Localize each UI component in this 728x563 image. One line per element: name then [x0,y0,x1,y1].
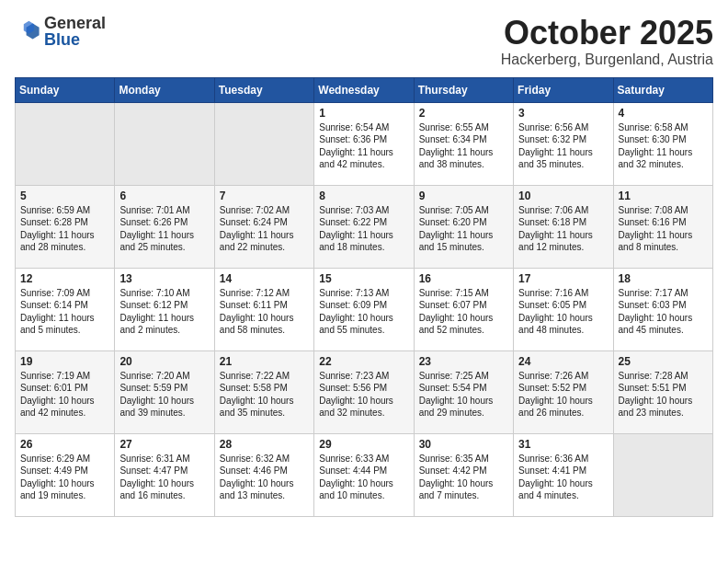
day-number: 10 [518,190,608,202]
calendar-cell: 12Sunrise: 7:09 AMSunset: 6:14 PMDayligh… [16,268,115,350]
day-info: Daylight: 10 hours and 19 minutes. [20,477,109,502]
day-info: Daylight: 10 hours and 4 minutes. [518,477,608,502]
day-info: Sunrise: 6:59 AM [20,204,109,217]
day-info: Sunset: 4:46 PM [220,465,309,477]
weekday-header: Thursday [414,77,513,102]
day-info: Sunrise: 6:36 AM [518,453,608,465]
day-info: Daylight: 11 hours and 12 minutes. [518,229,608,254]
day-info: Sunrise: 7:08 AM [619,204,708,217]
calendar-table: SundayMondayTuesdayWednesdayThursdayFrid… [15,77,713,517]
weekday-header: Friday [514,77,613,102]
calendar-week-row: 1Sunrise: 6:54 AMSunset: 6:36 PMDaylight… [16,102,713,185]
day-info: Sunrise: 7:01 AM [119,204,209,217]
day-number: 21 [220,355,309,368]
logo-general: General Blue [44,15,106,48]
day-number: 7 [220,190,309,202]
calendar-cell [115,102,214,185]
day-number: 27 [119,438,209,451]
day-info: Sunrise: 7:23 AM [319,370,408,383]
day-info: Daylight: 11 hours and 18 minutes. [319,229,408,254]
day-info: Daylight: 11 hours and 32 minutes. [619,146,708,171]
day-number: 18 [619,272,708,285]
calendar-cell: 6Sunrise: 7:01 AMSunset: 6:26 PMDaylight… [115,185,214,268]
day-info: Daylight: 10 hours and 58 minutes. [220,312,309,337]
day-info: Daylight: 11 hours and 35 minutes. [518,146,608,171]
day-info: Sunrise: 6:54 AM [319,121,408,134]
day-number: 11 [619,190,708,202]
day-number: 14 [220,272,309,285]
day-number: 29 [319,438,408,451]
calendar-cell [214,102,313,185]
calendar-week-row: 12Sunrise: 7:09 AMSunset: 6:14 PMDayligh… [16,268,713,350]
calendar-cell: 17Sunrise: 7:16 AMSunset: 6:05 PMDayligh… [514,268,613,350]
day-number: 6 [119,190,209,202]
day-info: Daylight: 10 hours and 45 minutes. [619,312,708,337]
day-info: Sunrise: 6:35 AM [419,453,508,465]
calendar-cell: 26Sunrise: 6:29 AMSunset: 4:49 PMDayligh… [16,433,115,516]
day-info: Daylight: 10 hours and 29 minutes. [419,395,508,419]
day-info: Sunrise: 6:32 AM [220,453,309,465]
day-info: Daylight: 10 hours and 13 minutes. [220,477,309,502]
day-info: Daylight: 10 hours and 10 minutes. [319,477,408,502]
day-info: Daylight: 11 hours and 28 minutes. [20,229,109,254]
day-number: 5 [20,190,109,202]
calendar-cell: 15Sunrise: 7:13 AMSunset: 6:09 PMDayligh… [314,268,414,350]
calendar-cell: 29Sunrise: 6:33 AMSunset: 4:44 PMDayligh… [314,433,414,516]
day-info: Sunset: 6:01 PM [20,382,109,395]
day-info: Sunrise: 7:05 AM [419,204,508,217]
day-info: Daylight: 10 hours and 35 minutes. [220,395,309,419]
day-info: Sunset: 6:05 PM [518,299,608,312]
weekday-header: Wednesday [314,77,414,102]
calendar-cell: 4Sunrise: 6:58 AMSunset: 6:30 PMDaylight… [613,102,712,185]
weekday-header: Tuesday [214,77,313,102]
day-info: Sunset: 6:32 PM [518,133,608,146]
calendar-cell: 13Sunrise: 7:10 AMSunset: 6:12 PMDayligh… [115,268,214,350]
day-info: Sunrise: 7:20 AM [119,370,209,383]
day-info: Daylight: 10 hours and 7 minutes. [419,477,508,502]
day-info: Sunset: 6:11 PM [220,299,309,312]
day-info: Sunrise: 7:25 AM [419,370,508,383]
day-number: 16 [419,272,508,285]
day-info: Daylight: 10 hours and 16 minutes. [119,477,209,502]
day-info: Sunrise: 6:29 AM [20,453,109,465]
day-info: Sunset: 5:51 PM [619,382,708,395]
day-info: Sunset: 6:07 PM [419,299,508,312]
day-number: 17 [518,272,608,285]
calendar-cell: 19Sunrise: 7:19 AMSunset: 6:01 PMDayligh… [16,350,115,433]
day-info: Sunrise: 7:12 AM [220,287,309,300]
day-info: Sunset: 5:59 PM [119,382,209,395]
weekday-header: Saturday [613,77,712,102]
day-info: Sunrise: 7:03 AM [319,204,408,217]
day-info: Sunrise: 7:26 AM [518,370,608,383]
day-info: Sunset: 6:16 PM [619,216,708,229]
calendar-cell: 1Sunrise: 6:54 AMSunset: 6:36 PMDaylight… [314,102,414,185]
logo: General Blue [15,15,106,48]
day-info: Sunset: 5:52 PM [518,382,608,395]
day-info: Sunrise: 7:22 AM [220,370,309,383]
day-info: Daylight: 10 hours and 23 minutes. [619,395,708,419]
day-number: 8 [319,190,408,202]
calendar-week-row: 19Sunrise: 7:19 AMSunset: 6:01 PMDayligh… [16,350,713,433]
title-block: October 2025 Hackerberg, Burgenland, Aus… [501,15,713,68]
day-info: Daylight: 11 hours and 8 minutes. [619,229,708,254]
day-info: Sunset: 4:49 PM [20,465,109,477]
generalblue-icon [15,18,40,44]
day-info: Sunrise: 6:56 AM [518,121,608,134]
calendar-header: SundayMondayTuesdayWednesdayThursdayFrid… [16,77,713,102]
calendar-cell: 31Sunrise: 6:36 AMSunset: 4:41 PMDayligh… [514,433,613,516]
calendar-cell: 21Sunrise: 7:22 AMSunset: 5:58 PMDayligh… [214,350,313,433]
calendar-cell: 8Sunrise: 7:03 AMSunset: 6:22 PMDaylight… [314,185,414,268]
calendar-cell: 30Sunrise: 6:35 AMSunset: 4:42 PMDayligh… [414,433,513,516]
day-info: Sunrise: 7:13 AM [319,287,408,300]
calendar-cell: 5Sunrise: 6:59 AMSunset: 6:28 PMDaylight… [16,185,115,268]
calendar-week-row: 5Sunrise: 6:59 AMSunset: 6:28 PMDaylight… [16,185,713,268]
day-info: Daylight: 10 hours and 42 minutes. [20,395,109,419]
day-info: Sunrise: 7:10 AM [119,287,209,300]
calendar-cell: 14Sunrise: 7:12 AMSunset: 6:11 PMDayligh… [214,268,313,350]
day-number: 2 [419,107,508,120]
day-number: 22 [319,355,408,368]
calendar-cell: 7Sunrise: 7:02 AMSunset: 6:24 PMDaylight… [214,185,313,268]
weekday-header: Sunday [16,77,115,102]
calendar-cell: 27Sunrise: 6:31 AMSunset: 4:47 PMDayligh… [115,433,214,516]
day-info: Daylight: 11 hours and 25 minutes. [119,229,209,254]
